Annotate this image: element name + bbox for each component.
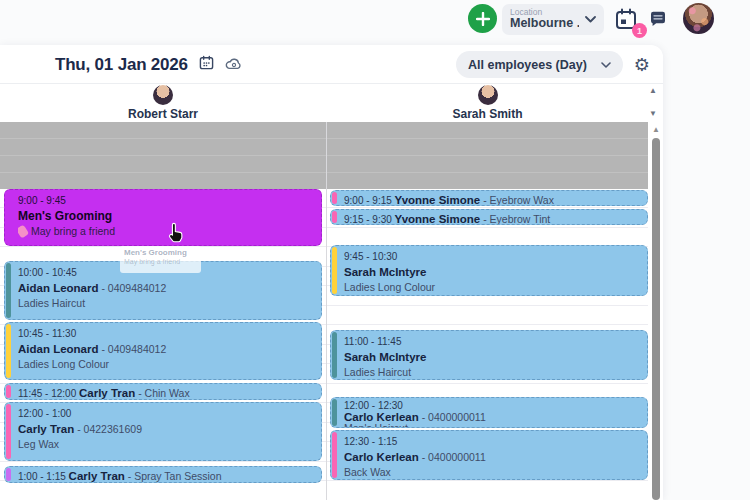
drag-ghost-note: May bring a friend (124, 257, 197, 266)
header-scroll-down-icon[interactable]: ▼ (649, 110, 657, 118)
appointments-column: 9:00 - 9:15 Yvonne Simone - Eyebrow Wax9… (330, 122, 648, 500)
appointment[interactable]: 11:00 - 11:45Sarah McIntyreLadies Haircu… (330, 330, 648, 380)
drag-ghost-preview: Men's Grooming May bring a friend (120, 246, 201, 273)
appointment[interactable]: 12:00 - 12:30Carlo Kerlean - 0400000011M… (330, 397, 648, 428)
appointment[interactable]: 9:00 - 9:15 Yvonne Simone - Eyebrow Wax (330, 190, 648, 206)
employees-filter-dropdown[interactable]: All employees (Day) (456, 51, 623, 78)
topbar: Location Melbourne ... 1 (0, 0, 750, 45)
appointment[interactable]: 11:45 - 12:00 Carly Tran - Chin Wax (4, 383, 322, 400)
category-color-bar (332, 211, 337, 223)
location-value: Melbourne ... (510, 17, 579, 30)
notification-badge: 1 (632, 23, 647, 38)
appointment[interactable]: 9:45 - 10:30Sarah McIntyreLadies Long Co… (330, 245, 648, 296)
employee-header-row: Robert Starr Sarah Smith ▲ ▼ (0, 84, 663, 122)
calendar-panel: Thu, 01 Jan 2026 All employees (Da (0, 45, 663, 500)
chevron-down-icon (585, 16, 596, 23)
header-scroll-up-icon[interactable]: ▲ (649, 87, 657, 95)
cloud-sync-icon[interactable] (225, 56, 242, 74)
category-color-bar (332, 192, 337, 204)
calendar-notifications-button[interactable]: 1 (614, 7, 638, 31)
category-color-bar (332, 247, 337, 294)
category-color-bar (6, 324, 11, 378)
note-tag-icon (18, 224, 29, 238)
add-button[interactable] (468, 4, 497, 33)
scroll-up-icon[interactable]: ▲ (652, 126, 660, 134)
category-color-bar (332, 399, 337, 426)
category-color-bar (332, 332, 337, 378)
category-color-bar (332, 432, 337, 478)
category-color-bar (6, 468, 11, 481)
appointment[interactable]: 12:00 - 1:00Carly Tran - 0422361609Leg W… (4, 402, 322, 461)
date-picker-icon[interactable] (199, 55, 214, 74)
location-select[interactable]: Location Melbourne ... (502, 4, 604, 35)
appointment[interactable]: 10:45 - 11:30Aidan Leonard - 0409484012L… (4, 322, 322, 380)
category-color-bar (6, 263, 11, 318)
scrollbar-thumb[interactable] (652, 138, 660, 500)
plus-icon (476, 12, 490, 26)
employee-avatar (478, 85, 498, 105)
user-avatar[interactable] (683, 3, 714, 34)
chat-icon (648, 9, 668, 29)
settings-gear-icon[interactable]: ⚙ (634, 56, 650, 74)
drag-ghost-title: Men's Grooming (124, 248, 197, 257)
chat-button[interactable] (648, 9, 668, 29)
appointment[interactable]: 9:15 - 9:30 Yvonne Simone - Eyebrow Tint (330, 209, 648, 225)
employee-column-header[interactable]: Sarah Smith (327, 84, 648, 122)
appointments-column: 9:00 - 9:45Men's GroomingMay bring a fri… (4, 122, 322, 500)
employee-name: Robert Starr (128, 107, 198, 121)
employee-column-header[interactable]: Robert Starr (0, 84, 326, 122)
column-divider (326, 122, 327, 500)
employee-name: Sarah Smith (452, 107, 522, 121)
chevron-down-icon (601, 62, 611, 68)
category-color-bar (6, 385, 11, 398)
appointment[interactable]: 9:00 - 9:45Men's GroomingMay bring a fri… (4, 189, 322, 246)
employees-filter-value: All employees (Day) (468, 58, 587, 72)
appointment[interactable]: 1:00 - 1:15 Carly Tran - Spray Tan Sessi… (4, 466, 322, 483)
calendar-toolbar: Thu, 01 Jan 2026 All employees (Da (0, 45, 663, 84)
appointment[interactable]: 12:30 - 1:15Carlo Kerlean - 0400000011Ba… (330, 430, 648, 480)
employee-avatar (153, 85, 173, 105)
calendar-body: 9:00 - 9:45Men's GroomingMay bring a fri… (0, 122, 663, 500)
date-title: Thu, 01 Jan 2026 (55, 55, 188, 75)
category-color-bar (6, 404, 11, 459)
